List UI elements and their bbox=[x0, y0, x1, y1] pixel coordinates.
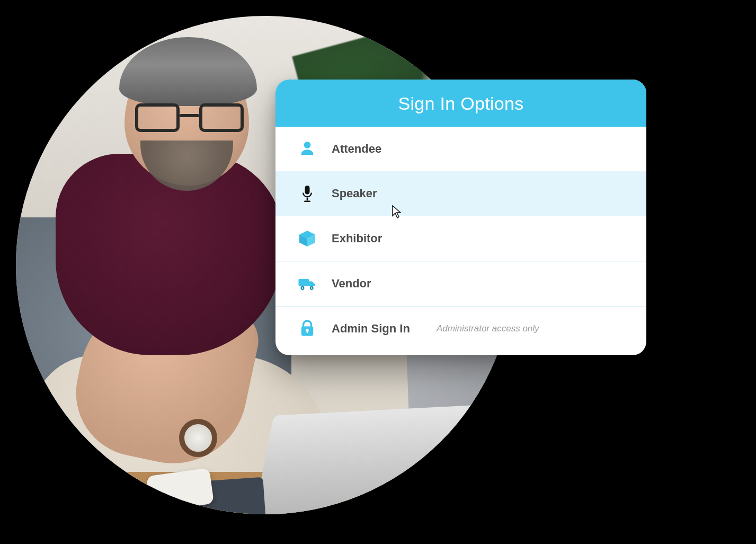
svg-point-0 bbox=[304, 142, 311, 148]
option-label: Exhibitor bbox=[332, 232, 382, 245]
option-exhibitor[interactable]: Exhibitor bbox=[275, 216, 646, 261]
box-icon bbox=[297, 228, 318, 249]
signin-card: Sign In Options Attendee Speaker Exhibit… bbox=[275, 80, 646, 355]
svg-rect-11 bbox=[307, 331, 308, 334]
option-admin[interactable]: Admin Sign In Administrator access only bbox=[275, 306, 646, 355]
svg-rect-1 bbox=[305, 186, 310, 195]
option-vendor[interactable]: Vendor bbox=[275, 261, 646, 306]
lock-icon bbox=[297, 318, 318, 339]
svg-point-6 bbox=[302, 287, 304, 289]
card-title: Sign In Options bbox=[275, 80, 646, 127]
svg-point-8 bbox=[311, 287, 313, 289]
option-label: Vendor bbox=[332, 277, 371, 291]
microphone-icon bbox=[297, 183, 318, 204]
option-note: Administrator access only bbox=[437, 323, 539, 334]
option-label: Speaker bbox=[332, 187, 377, 200]
svg-rect-4 bbox=[299, 279, 309, 286]
truck-icon bbox=[297, 273, 318, 294]
option-label: Attendee bbox=[332, 142, 381, 156]
option-label: Admin Sign In bbox=[332, 322, 410, 336]
option-attendee[interactable]: Attendee bbox=[275, 127, 646, 171]
user-icon bbox=[297, 138, 318, 160]
svg-rect-3 bbox=[304, 201, 310, 202]
svg-rect-2 bbox=[307, 198, 308, 201]
option-speaker[interactable]: Speaker bbox=[275, 171, 646, 216]
